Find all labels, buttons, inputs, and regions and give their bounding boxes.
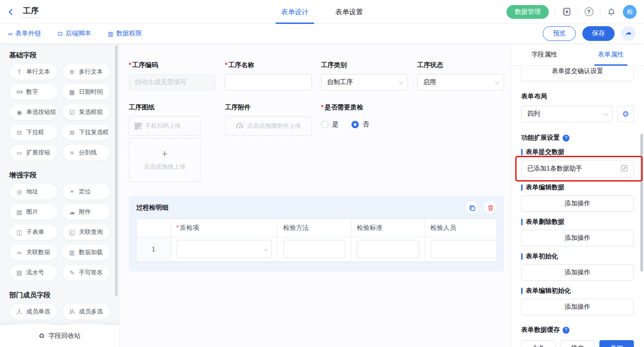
- subtable-process-check: 过程检明细 *质检项检验方法检验标准检验人员: [129, 196, 504, 272]
- help-question-icon[interactable]: ?: [563, 135, 569, 142]
- docs-icon[interactable]: [561, 7, 571, 17]
- edit-icon-wrap[interactable]: [621, 165, 628, 173]
- field-divider[interactable]: ≡分割线: [62, 144, 110, 161]
- field-label: 定位: [79, 188, 91, 196]
- layout-settings-button[interactable]: ⚙: [617, 106, 634, 122]
- top-tab-form-design[interactable]: 表单设计: [281, 0, 309, 24]
- preview-button[interactable]: 预览: [543, 26, 576, 41]
- field-extension-button[interactable]: ▭扩展按钮: [9, 144, 58, 161]
- field-linked-data[interactable]: ∞关联数据: [9, 244, 58, 261]
- cache-close-button[interactable]: 关闭: [599, 340, 634, 347]
- share-button[interactable]: [621, 26, 636, 41]
- field-select[interactable]: ⊟下拉框: [9, 124, 58, 141]
- check-method-input[interactable]: [283, 240, 345, 258]
- form-edit-data-group: 表单编辑数据添加操作: [521, 183, 634, 212]
- form-delete-data-group: 表单删除数据添加操作: [521, 218, 634, 246]
- field-process-status[interactable]: 工序状态 启用: [417, 61, 504, 91]
- form-init-add-action-button[interactable]: 添加操作: [521, 264, 634, 281]
- save-button[interactable]: 保存: [582, 26, 615, 41]
- panel-scrollbar[interactable]: [640, 134, 643, 272]
- page-title[interactable]: 工序: [22, 6, 40, 18]
- data-permission-link[interactable]: ▥数据权限: [108, 29, 142, 38]
- group-title-text: 表单删除数据: [526, 218, 564, 226]
- qc-item-select[interactable]: [177, 240, 272, 258]
- field-location[interactable]: ⌖定位: [62, 183, 110, 200]
- field-label: 复选框组: [79, 108, 103, 116]
- help-question-icon[interactable]: ?: [563, 327, 569, 334]
- attachment-upload-dropzone[interactable]: 点击或拖拽附件上传: [225, 116, 312, 136]
- field-recycle-bin[interactable]: ♻ 字段回收站: [0, 325, 119, 347]
- cache-permanent-button[interactable]: 永久: [521, 340, 556, 347]
- field-linked-query[interactable]: ◱关联查询: [62, 224, 110, 240]
- select-value: 自制工序: [327, 78, 353, 86]
- radio-option-no[interactable]: 否: [351, 120, 369, 129]
- bell-icon[interactable]: [606, 7, 616, 17]
- field-single-line-text[interactable]: T单行文本: [9, 63, 58, 80]
- field-checkbox-group[interactable]: ☑复选框组: [62, 104, 110, 120]
- submit-confirm-settings-button[interactable]: 表单提交确认设置: [521, 66, 634, 81]
- radio-option-yes[interactable]: 是: [321, 120, 339, 129]
- drawing-upload-dropzone[interactable]: + 点击或拖拽上传: [129, 138, 201, 182]
- radio-label: 否: [362, 120, 369, 129]
- form-edit-data-add-action-button[interactable]: 添加操作: [521, 195, 634, 212]
- form-submit-data-value[interactable]: 已添加1条数据助手: [521, 160, 634, 177]
- form-layout-select[interactable]: 四列: [521, 106, 613, 122]
- field-process-attachment[interactable]: 工序附件 点击或拖拽附件上传: [225, 103, 312, 182]
- avatar[interactable]: 检: [623, 5, 637, 19]
- field-process-code[interactable]: 工序编码 自动生成无需填写: [129, 61, 216, 91]
- field-member-single[interactable]: 人成员单选: [9, 303, 58, 320]
- divider-icon: ≡: [69, 149, 76, 156]
- check-person-input[interactable]: [431, 240, 497, 258]
- backend-script-link[interactable]: ⊡后端脚本: [58, 29, 91, 38]
- help-icon[interactable]: ?: [584, 7, 594, 17]
- cloud-upload-icon: [236, 123, 244, 129]
- field-process-category[interactable]: 工序类别 自制工序: [321, 61, 408, 91]
- radio-checked-icon: [351, 121, 359, 128]
- sidebar-section-title: 部门成员字段: [9, 291, 110, 300]
- field-multi-line-text[interactable]: ≣多行文本: [62, 63, 110, 80]
- field-image[interactable]: ▧图片: [9, 204, 58, 220]
- panel-tab-field-props[interactable]: 字段属性: [511, 44, 578, 65]
- field-data-load[interactable]: ▥数据加载: [62, 244, 110, 261]
- field-member-multi[interactable]: 从成员多选: [62, 303, 110, 320]
- delete-table-button[interactable]: [484, 201, 497, 214]
- back-button[interactable]: [7, 7, 17, 17]
- radio-label: 是: [332, 120, 339, 129]
- field-subform[interactable]: ◫子表单: [9, 224, 58, 240]
- process-name-input[interactable]: [225, 74, 312, 91]
- check-standard-input[interactable]: [357, 240, 419, 258]
- form-external-link-link[interactable]: ∞表单外链: [8, 29, 41, 38]
- process-category-select[interactable]: 自制工序: [321, 74, 408, 91]
- field-serial-number[interactable]: ▤流水号: [9, 264, 58, 281]
- section-bar: [521, 149, 523, 155]
- process-status-select[interactable]: 启用: [417, 74, 504, 91]
- field-process-drawing[interactable]: 工序图纸 手机扫码上传 + 点击或拖拽上传: [129, 103, 216, 182]
- field-datetime[interactable]: ▦日期时间: [62, 84, 110, 100]
- sidebar-scrollbar[interactable]: [115, 46, 118, 296]
- top-tab-form-settings[interactable]: 表单设置: [335, 0, 363, 24]
- panel-tab-form-props[interactable]: 表单属性: [578, 44, 644, 65]
- form-delete-data-add-action-button[interactable]: 添加操作: [521, 230, 634, 246]
- field-radio-group[interactable]: ◉单选按钮组: [9, 104, 58, 120]
- top-header: 工序 表单设计表单设置 数据管理 ? 检: [0, 0, 644, 24]
- form-edit-init-group: 表单编辑初始化添加操作: [521, 287, 634, 315]
- field-number[interactable]: 123数字: [9, 84, 58, 100]
- field-signature[interactable]: ✎手写签名: [62, 264, 110, 281]
- select-value: 启用: [423, 78, 436, 86]
- field-attachment[interactable]: ☁附件: [62, 204, 110, 220]
- column-header-检验方法: 检验方法: [277, 219, 351, 237]
- qr-upload-button[interactable]: 手机扫码上传: [129, 116, 201, 136]
- field-library-sidebar: 基础字段T单行文本≣多行文本123数字▦日期时间◉单选按钮组☑复选框组⊟下拉框⊞…: [0, 44, 120, 347]
- cache-submit-button[interactable]: 提交: [560, 340, 595, 347]
- field-process-name[interactable]: 工序名称: [225, 61, 312, 91]
- field-address[interactable]: ◎地址: [9, 183, 58, 200]
- form-edit-init-add-action-button[interactable]: 添加操作: [521, 299, 634, 315]
- field-multi-select[interactable]: ⊞下拉复选框: [62, 124, 110, 141]
- recycle-icon: ♻: [39, 332, 45, 340]
- field-label: 扩展按钮: [26, 148, 50, 157]
- field-label: 关联数据: [26, 248, 50, 256]
- data-manage-button[interactable]: 数据管理: [506, 5, 549, 19]
- copy-row-button[interactable]: [466, 201, 478, 214]
- form-init-title: 表单初始化: [521, 252, 634, 261]
- field-label: 是否需要质检: [321, 103, 408, 112]
